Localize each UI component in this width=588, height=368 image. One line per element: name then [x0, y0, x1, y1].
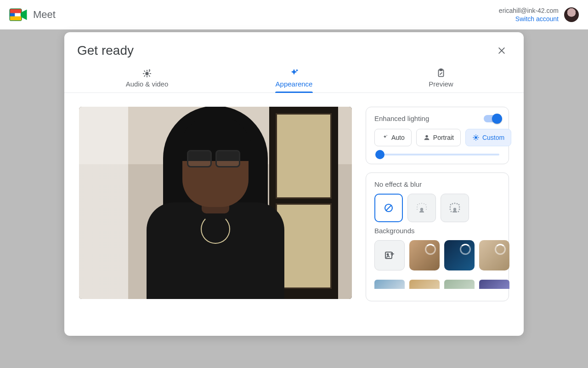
- video-preview: [79, 107, 352, 299]
- svg-point-19: [426, 209, 427, 210]
- svg-point-8: [475, 136, 477, 138]
- enhanced-lighting-card: Enhanced lighting Auto Portrait Custom: [366, 107, 509, 164]
- tab-preview[interactable]: Preview: [368, 63, 514, 92]
- svg-point-15: [425, 204, 426, 205]
- backgrounds-title: Backgrounds: [374, 227, 500, 235]
- svg-point-4: [145, 72, 148, 75]
- chip-label: Auto: [391, 134, 405, 141]
- svg-point-24: [457, 203, 458, 205]
- effect-blur-strong[interactable]: [441, 194, 469, 222]
- background-option-2[interactable]: [444, 240, 475, 270]
- svg-point-28: [450, 209, 451, 210]
- background-option-5[interactable]: [409, 280, 440, 289]
- tab-label: Preview: [429, 80, 453, 88]
- svg-rect-6: [440, 69, 442, 71]
- modal-title: Get ready: [77, 43, 134, 58]
- svg-point-11: [417, 204, 418, 205]
- svg-point-12: [419, 203, 420, 204]
- svg-point-21: [450, 204, 452, 206]
- svg-point-18: [417, 209, 418, 210]
- loading-spinner-icon: [495, 244, 506, 255]
- settings-column: Enhanced lighting Auto Portrait Custom: [366, 107, 512, 331]
- blur-card: No effect & blur Backgrounds: [366, 172, 509, 301]
- background-option-3[interactable]: [479, 240, 509, 270]
- sparkle-icon: [381, 134, 389, 141]
- svg-point-33: [387, 254, 389, 255]
- svg-point-27: [459, 207, 460, 208]
- svg-point-17: [426, 207, 427, 207]
- tab-audio-video[interactable]: Audio & video: [74, 63, 220, 92]
- person-icon: [423, 134, 430, 141]
- svg-point-20: [453, 208, 456, 211]
- svg-point-25: [458, 204, 460, 206]
- lighting-mode-custom[interactable]: Custom: [465, 129, 511, 146]
- chip-label: Portrait: [433, 134, 454, 141]
- lighting-slider[interactable]: [375, 154, 499, 155]
- svg-point-10: [420, 208, 423, 211]
- svg-point-29: [459, 209, 460, 210]
- close-icon: [497, 46, 506, 55]
- blur-section-title: No effect & blur: [374, 180, 500, 188]
- lighting-mode-auto[interactable]: Auto: [374, 129, 412, 146]
- background-option-1[interactable]: [409, 240, 440, 270]
- switch-account-link[interactable]: Switch account: [499, 15, 559, 23]
- loading-spinner-icon: [460, 244, 471, 255]
- no-effect-icon: [383, 202, 394, 213]
- avatar[interactable]: [564, 7, 579, 22]
- svg-rect-2: [10, 9, 22, 13]
- blur-light-icon: [414, 200, 430, 216]
- svg-point-23: [454, 203, 456, 204]
- svg-point-26: [450, 207, 451, 208]
- meet-logo-icon: [9, 6, 28, 23]
- svg-point-31: [458, 211, 459, 213]
- effect-blur-light[interactable]: [407, 194, 436, 222]
- tabs: Audio & video Appearence Preview: [64, 63, 524, 93]
- loading-spinner-icon: [425, 244, 436, 255]
- upload-image-icon: [384, 250, 395, 261]
- tab-label: Appearence: [276, 80, 313, 88]
- top-bar: Meet ericahill@ink-42.com Switch account: [0, 0, 588, 29]
- svg-point-30: [451, 211, 452, 213]
- svg-point-16: [417, 207, 418, 207]
- effect-none[interactable]: [374, 194, 403, 222]
- svg-point-13: [421, 203, 422, 204]
- tab-label: Audio & video: [126, 80, 169, 88]
- svg-rect-3: [10, 17, 22, 21]
- account-block: ericahill@ink-42.com Switch account: [499, 6, 559, 23]
- account-email: ericahill@ink-42.com: [499, 6, 559, 15]
- lighting-mode-portrait[interactable]: Portrait: [416, 129, 461, 146]
- sparkles-icon: [289, 68, 299, 78]
- blur-strong-icon: [447, 200, 463, 216]
- svg-point-14: [424, 203, 424, 204]
- clipboard-icon: [436, 68, 446, 78]
- background-option-7[interactable]: [479, 280, 509, 289]
- get-ready-modal: Get ready Audio & video Appearence Previ…: [64, 32, 524, 336]
- brand: Meet: [9, 6, 56, 23]
- close-button[interactable]: [492, 41, 511, 60]
- svg-point-22: [452, 203, 453, 205]
- lightbulb-icon: [472, 134, 480, 141]
- background-option-6[interactable]: [444, 280, 475, 289]
- settings-sparkle-icon: [142, 68, 152, 78]
- svg-point-7: [425, 135, 428, 138]
- enhanced-lighting-label: Enhanced lighting: [374, 115, 429, 122]
- tab-appearance[interactable]: Appearence: [220, 63, 368, 92]
- app-name: Meet: [33, 9, 56, 21]
- chip-label: Custom: [482, 134, 504, 141]
- enhanced-lighting-toggle[interactable]: [484, 115, 500, 122]
- background-upload[interactable]: [374, 240, 405, 270]
- background-option-4[interactable]: [374, 280, 405, 289]
